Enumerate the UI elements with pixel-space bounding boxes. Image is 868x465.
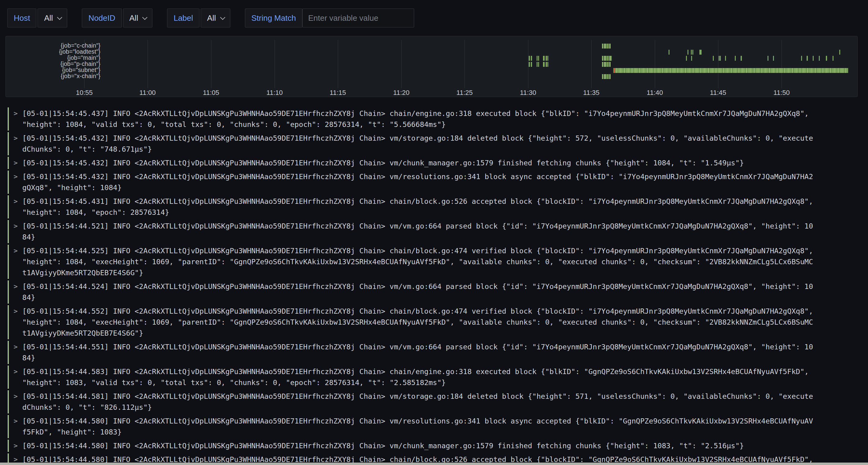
label-label: Label <box>174 13 193 23</box>
x-axis-tick-label: 11:20 <box>393 89 409 97</box>
string-match-input[interactable] <box>302 8 414 28</box>
grid-line <box>401 40 402 88</box>
x-axis-tick-label: 11:40 <box>647 89 663 97</box>
expand-chevron-icon[interactable]: > <box>9 196 22 218</box>
expand-chevron-icon[interactable]: > <box>9 440 22 451</box>
log-row-lines: [05-01|15:54:45.432] INFO <2AcRkXTLLtQjv… <box>22 171 863 193</box>
log-volume-panel: {job="c-chain"}{job="loadtest"}{job="mai… <box>5 36 858 97</box>
legend-label[interactable]: {job="c-chain"} <box>8 42 100 48</box>
expand-chevron-icon[interactable]: > <box>9 306 22 339</box>
log-row[interactable]: >[05-01|15:54:44.525] INFO <2AcRkXTLLtQj… <box>8 245 863 279</box>
histogram-mark-tick <box>768 56 769 61</box>
log-row[interactable]: >[05-01|15:54:44.580] INFO <2AcRkXTLLtQj… <box>8 415 863 438</box>
histogram-mark-tick <box>669 50 670 55</box>
log-line: [05-01|15:54:45.432] INFO <2AcRkXTLLtQjv… <box>22 133 863 144</box>
label-dropdown[interactable]: All <box>201 8 230 28</box>
grid-line <box>465 40 465 88</box>
grid-line <box>591 40 592 88</box>
histogram-mark-tick <box>735 56 736 61</box>
log-line: dChunks": 0, "t": "826.112µs"} <box>22 402 863 413</box>
log-row[interactable]: >[05-01|15:54:44.580] INFO <2AcRkXTLLtQj… <box>8 440 863 452</box>
nodeid-dropdown[interactable]: All <box>123 8 153 28</box>
label-value: All <box>207 13 216 23</box>
log-row-lines: [05-01|15:54:45.432] INFO <2AcRkXTLLtQjv… <box>22 133 863 155</box>
histogram-mark-block <box>602 44 611 48</box>
log-line: "height": 1084, "valid txs": 0, "total t… <box>22 119 863 130</box>
log-row-lines: [05-01|15:54:44.524] INFO <2AcRkXTLLtQjv… <box>22 281 863 303</box>
grid-line <box>528 40 528 88</box>
log-line: 84} <box>22 292 863 303</box>
legend-label[interactable]: {job="p-chain"} <box>8 61 100 67</box>
log-row-lines: [05-01|15:54:45.432] INFO <2AcRkXTLLtQjv… <box>22 158 863 168</box>
log-line: [05-01|15:54:44.552] INFO <2AcRkXTLLtQjv… <box>22 306 863 317</box>
horizontal-scrollbar[interactable] <box>0 463 868 465</box>
expand-chevron-icon[interactable]: > <box>9 171 22 193</box>
log-line: "height": 1084, "epoch": 28576314} <box>22 207 863 218</box>
log-line: t1AVgiyyDKme5RT2QbEB7E4S6G"} <box>22 267 863 278</box>
log-row[interactable]: >[05-01|15:54:44.551] INFO <2AcRkXTLLtQj… <box>8 341 863 364</box>
expand-chevron-icon[interactable]: > <box>9 416 22 437</box>
log-row[interactable]: >[05-01|15:54:44.524] INFO <2AcRkXTLLtQj… <box>8 280 863 304</box>
expand-chevron-icon[interactable]: > <box>9 341 22 363</box>
variable-group-nodeid: NodeID All <box>82 8 152 28</box>
log-row[interactable]: >[05-01|15:54:45.432] INFO <2AcRkXTLLtQj… <box>8 171 863 194</box>
expand-chevron-icon[interactable]: > <box>9 366 22 388</box>
variable-group-host: Host All <box>7 8 67 28</box>
histogram-mark-tick <box>537 62 537 67</box>
histogram-mark-tick <box>691 50 692 55</box>
grid-line <box>338 40 338 88</box>
log-row[interactable]: >[05-01|15:54:45.431] INFO <2AcRkXTLLtQj… <box>8 195 863 219</box>
log-row[interactable]: >[05-01|15:54:45.432] INFO <2AcRkXTLLtQj… <box>8 157 863 169</box>
histogram-mark-tick <box>700 50 702 55</box>
x-axis-tick-label: 11:45 <box>710 89 726 97</box>
grid-line <box>655 40 655 88</box>
log-row[interactable]: >[05-01|15:54:45.432] INFO <2AcRkXTLLtQj… <box>8 132 863 155</box>
histogram-mark-tick <box>529 62 530 67</box>
expand-chevron-icon[interactable]: > <box>9 158 22 168</box>
nodeid-label-box: NodeID <box>82 8 122 28</box>
expand-chevron-icon[interactable]: > <box>9 221 22 242</box>
log-row-lines: [05-01|15:54:44.521] INFO <2AcRkXTLLtQjv… <box>22 221 863 242</box>
histogram-mark-tick <box>801 56 802 61</box>
histogram-mark-tick <box>839 50 840 55</box>
histogram-mark-tick <box>807 56 808 61</box>
log-row-lines: [05-01|15:54:44.581] INFO <2AcRkXTLLtQjv… <box>22 391 863 413</box>
legend-label[interactable]: {job="subnet"} <box>8 67 100 73</box>
expand-chevron-icon[interactable]: > <box>9 391 22 413</box>
histogram-mark-tick <box>819 56 820 61</box>
log-line: t1AVgiyyDKme5RT2QbEB7E4S6G"} <box>22 328 863 339</box>
x-axis-tick-label: 11:35 <box>583 89 599 97</box>
legend-label[interactable]: {job="loadtest"} <box>8 48 100 55</box>
expand-chevron-icon[interactable]: > <box>9 245 22 278</box>
log-row[interactable]: >[05-01|15:54:44.583] INFO <2AcRkXTLLtQj… <box>8 366 863 389</box>
log-row[interactable]: >[05-01|15:54:44.581] INFO <2AcRkXTLLtQj… <box>8 390 863 413</box>
log-line: "height": 1084, "execHeight": 1069, "par… <box>22 317 863 328</box>
log-line: [05-01|15:54:44.580] INFO <2AcRkXTLLtQjv… <box>22 440 863 451</box>
log-row-lines: [05-01|15:54:44.583] INFO <2AcRkXTLLtQjv… <box>22 366 863 388</box>
x-axis-tick-label: 10:55 <box>76 89 93 97</box>
log-line: [05-01|15:54:45.432] INFO <2AcRkXTLLtQjv… <box>22 171 863 182</box>
histogram-mark-error <box>614 68 615 73</box>
log-row-lines: [05-01|15:54:44.580] INFO <2AcRkXTLLtQjv… <box>22 440 863 451</box>
log-row[interactable]: >[05-01|15:54:44.521] INFO <2AcRkXTLLtQj… <box>8 220 863 243</box>
histogram-mark-block <box>602 62 611 67</box>
log-line: f5FkD", "height": 1083} <box>22 427 863 437</box>
histogram-mark-tick <box>529 56 530 61</box>
expand-chevron-icon[interactable]: > <box>9 281 22 303</box>
expand-chevron-icon[interactable]: > <box>9 108 22 130</box>
string-match-label: String Match <box>251 13 296 23</box>
legend-label[interactable]: {job="main"} <box>8 55 100 61</box>
x-axis-tick-label: 11:00 <box>139 89 155 97</box>
histogram-mark-tick <box>538 62 539 67</box>
histogram-mark-tick <box>537 56 537 61</box>
legend-label[interactable]: {job="x-chain"} <box>8 73 100 79</box>
host-dropdown[interactable]: All <box>37 8 67 28</box>
log-row[interactable]: >[05-01|15:54:45.437] INFO <2AcRkXTLLtQj… <box>8 107 863 131</box>
histogram-mark-tick <box>833 56 834 61</box>
variable-group-label: Label All <box>167 8 230 28</box>
expand-chevron-icon[interactable]: > <box>9 133 22 155</box>
log-line: 84} <box>22 353 863 363</box>
log-row[interactable]: >[05-01|15:54:44.552] INFO <2AcRkXTLLtQj… <box>8 305 863 339</box>
host-value: All <box>44 13 53 23</box>
log-row-lines: [05-01|15:54:44.552] INFO <2AcRkXTLLtQjv… <box>22 306 863 339</box>
